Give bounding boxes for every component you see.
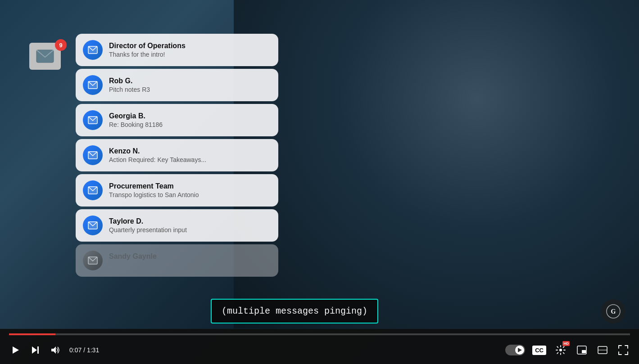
svg-rect-17 xyxy=(582,350,586,353)
email-item-5[interactable]: Taylore D. Quarterly presentation input xyxy=(76,209,278,242)
video-player: 9 Director of Operations Thanks for the … xyxy=(0,0,639,364)
email-text-4: Procurement Team Transpo logistics to Sa… xyxy=(109,182,271,198)
scene-person-area xyxy=(234,0,639,328)
email-text-2: Georgia B. Re: Booking 81186 xyxy=(109,112,271,128)
email-text-5: Taylore D. Quarterly presentation input xyxy=(109,217,271,234)
email-subject-0: Thanks for the intro! xyxy=(109,51,271,58)
email-sender-2: Georgia B. xyxy=(109,112,271,120)
email-subject-3: Action Required: Key Takeaways... xyxy=(109,156,271,163)
email-avatar-5 xyxy=(83,216,103,235)
email-sender-5: Taylore D. xyxy=(109,217,271,225)
svg-rect-12 xyxy=(37,346,39,354)
email-avatar-3 xyxy=(83,145,103,165)
fullscreen-button[interactable] xyxy=(616,343,630,357)
svg-marker-14 xyxy=(518,348,522,352)
time-display: 0:07 / 1:31 xyxy=(69,346,99,354)
email-avatar-1 xyxy=(83,75,103,95)
notification-badge: 9 xyxy=(55,39,67,51)
email-item-0[interactable]: Director of Operations Thanks for the in… xyxy=(76,34,278,66)
email-sender-faded: Sandy Gaynle xyxy=(109,252,271,261)
svg-text:G: G xyxy=(611,308,616,315)
progress-bar-fill xyxy=(9,333,55,335)
grammarly-icon[interactable]: G xyxy=(601,299,625,324)
control-bar: 0:07 / 1:31 CC xyxy=(0,329,639,364)
email-item-faded: Sandy Gaynle ... xyxy=(76,244,278,277)
cc-label: CC xyxy=(535,347,544,354)
email-item-4[interactable]: Procurement Team Transpo logistics to Sa… xyxy=(76,174,278,207)
play-button[interactable] xyxy=(9,344,22,356)
autoplay-track[interactable] xyxy=(505,345,525,355)
email-text-0: Director of Operations Thanks for the in… xyxy=(109,42,271,58)
email-text-3: Kenzo N. Action Required: Key Takeaways.… xyxy=(109,147,271,163)
email-sender-0: Director of Operations xyxy=(109,42,271,50)
caption-text: (multiple messages pinging) xyxy=(222,306,367,316)
progress-bar-container[interactable] xyxy=(9,333,630,335)
email-sender-3: Kenzo N. xyxy=(109,147,271,155)
email-subject-2: Re: Booking 81186 xyxy=(109,121,271,128)
email-notification-widget[interactable]: 9 xyxy=(29,43,63,74)
svg-point-15 xyxy=(559,349,562,351)
caption-box: (multiple messages pinging) xyxy=(211,299,378,324)
email-avatar-2 xyxy=(83,110,103,130)
hd-badge-label: HD xyxy=(562,341,570,346)
email-subject-5: Quarterly presentation input xyxy=(109,226,271,234)
svg-marker-10 xyxy=(13,346,19,354)
email-text-faded: Sandy Gaynle ... xyxy=(109,252,271,269)
email-subject-1: Pitch notes R3 xyxy=(109,86,271,93)
email-item-2[interactable]: Georgia B. Re: Booking 81186 xyxy=(76,104,278,136)
cc-button[interactable]: CC xyxy=(532,346,546,355)
svg-marker-13 xyxy=(51,346,56,354)
email-item-3[interactable]: Kenzo N. Action Required: Key Takeaways.… xyxy=(76,139,278,171)
email-sender-1: Rob G. xyxy=(109,77,271,85)
email-avatar-4 xyxy=(83,180,103,200)
miniplayer-button[interactable] xyxy=(575,344,589,356)
volume-button[interactable] xyxy=(49,344,62,356)
email-avatar-faded xyxy=(83,251,103,270)
theater-button[interactable] xyxy=(596,344,609,356)
email-panel: Director of Operations Thanks for the in… xyxy=(76,34,278,277)
email-item-1[interactable]: Rob G. Pitch notes R3 xyxy=(76,69,278,101)
next-button[interactable] xyxy=(29,344,41,356)
email-sender-4: Procurement Team xyxy=(109,182,271,190)
autoplay-knob xyxy=(515,346,524,355)
controls-row: 0:07 / 1:31 CC xyxy=(9,335,630,364)
email-subject-faded: ... xyxy=(109,261,271,269)
svg-marker-11 xyxy=(32,346,37,354)
email-subject-4: Transpo logistics to San Antonio xyxy=(109,191,271,198)
email-avatar-0 xyxy=(83,40,103,60)
email-text-1: Rob G. Pitch notes R3 xyxy=(109,77,271,93)
autoplay-toggle[interactable] xyxy=(505,345,525,355)
settings-button[interactable]: HD xyxy=(553,343,568,357)
